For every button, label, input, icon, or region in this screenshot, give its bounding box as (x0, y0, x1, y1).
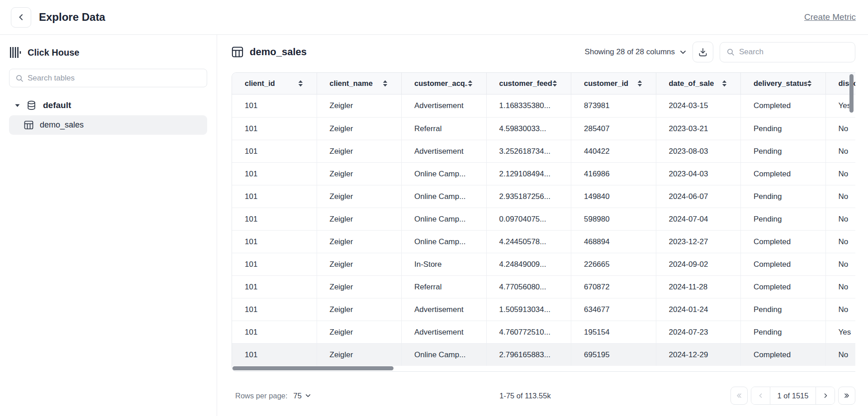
sidebar-search (9, 69, 207, 87)
database-icon (27, 100, 36, 110)
column-header-customer-feed[interactable]: customer_feed... (487, 73, 572, 94)
table-search-input[interactable] (739, 47, 849, 57)
column-header-label: customer_feed... (499, 79, 553, 88)
cell: 2.129108494... (487, 163, 572, 185)
cell: 2024-01-24 (656, 298, 741, 321)
caret-down-icon[interactable] (15, 104, 20, 107)
cell: 2.935187256... (487, 185, 572, 208)
column-header-date-of-sale[interactable]: date_of_sale (656, 73, 741, 94)
table-search (720, 42, 855, 62)
cell: 101 (232, 253, 317, 275)
cell: Completed (741, 253, 826, 275)
cell: No (826, 276, 856, 298)
cell: Online Camp... (402, 231, 487, 253)
cell: 2023-04-03 (656, 163, 741, 185)
chevron-down-icon (305, 394, 311, 397)
search-tables-input[interactable] (28, 74, 201, 83)
cell: 1.168335380... (487, 95, 572, 117)
cell: Zeigler (317, 185, 402, 208)
table-grid-icon (232, 46, 243, 58)
column-header-client-id[interactable]: client_id (232, 73, 317, 94)
columns-summary-label: Showing 28 of 28 columns (585, 47, 675, 57)
chevron-right-icon (822, 392, 829, 399)
back-button[interactable] (11, 7, 31, 28)
cell: 149840 (571, 185, 656, 208)
cell: No (826, 140, 856, 162)
cell: 1.505913034... (487, 298, 572, 321)
table-row[interactable]: 101ZeiglerOnline Camp...0.09704075...598… (232, 208, 855, 230)
chevron-down-icon (680, 50, 686, 54)
columns-visibility-dropdown[interactable]: Showing 28 of 28 columns (585, 47, 686, 57)
cell: Zeigler (317, 118, 402, 140)
column-header-delivery-status[interactable]: delivery_status (741, 73, 826, 94)
search-icon (726, 48, 735, 56)
cell: 695195 (571, 344, 656, 366)
cell: Zeigler (317, 140, 402, 162)
table-row[interactable]: 101ZeiglerAdvertisement1.168335380...873… (232, 95, 855, 117)
cell: Completed (741, 95, 826, 117)
column-header-label: delivery_status (754, 79, 807, 88)
cell: Completed (741, 276, 826, 298)
cell: 2024-11-28 (656, 276, 741, 298)
next-page-button[interactable] (816, 387, 835, 404)
download-button[interactable] (693, 42, 713, 62)
cell: No (826, 163, 856, 185)
sidebar-item-table-demo-sales[interactable]: demo_sales (9, 115, 207, 135)
cell: Zeigler (317, 208, 402, 230)
create-metric-link[interactable]: Create Metric (804, 12, 856, 22)
cell: Completed (741, 163, 826, 185)
cell: Zeigler (317, 231, 402, 253)
cell: 2024-12-29 (656, 344, 741, 366)
sidebar-item-database-default[interactable]: default (15, 97, 71, 113)
column-header-client-name[interactable]: client_name (317, 73, 402, 94)
cell: 4.59830033... (487, 118, 572, 140)
page-title: Explore Data (39, 11, 105, 24)
cell: Online Camp... (402, 344, 487, 366)
cell: Advertisement (402, 298, 487, 321)
table-row[interactable]: 101ZeiglerAdvertisement4.760772510...195… (232, 321, 855, 343)
sort-icon (383, 80, 388, 87)
table-row[interactable]: 101ZeiglerReferral4.77056080...670872202… (232, 275, 855, 298)
table-row[interactable]: 101ZeiglerReferral4.59830033...285407202… (232, 117, 855, 140)
previous-page-button[interactable] (751, 387, 770, 404)
sort-icon (807, 80, 812, 87)
cell: Pending (741, 185, 826, 208)
cell: 2024-09-02 (656, 253, 741, 275)
table-row[interactable]: 101ZeiglerAdvertisement1.505913034...634… (232, 298, 855, 321)
vertical-scrollbar-thumb[interactable] (849, 74, 854, 113)
column-header-customer-acq[interactable]: customer_acq... (402, 73, 487, 94)
cell: Zeigler (317, 321, 402, 343)
clickhouse-logo-icon (9, 47, 22, 58)
column-header-label: date_of_sale (669, 79, 714, 88)
cell: 101 (232, 344, 317, 366)
first-page-button[interactable] (730, 387, 748, 405)
table-row[interactable]: 101ZeiglerOnline Camp...2.796165883...69… (232, 343, 855, 366)
cell: 2023-03-21 (656, 118, 741, 140)
data-table: client_idclient_namecustomer_acq...custo… (232, 72, 855, 372)
rows-per-page-value: 75 (294, 392, 302, 400)
cell: 4.760772510... (487, 321, 572, 343)
cell: Zeigler (317, 95, 402, 117)
top-bar: Explore Data Create Metric (0, 0, 868, 35)
back-chevron-icon (17, 13, 25, 21)
table-grid-icon (24, 120, 33, 130)
table-row[interactable]: 101ZeiglerAdvertisement3.252618734...440… (232, 140, 855, 162)
rows-per-page-dropdown[interactable]: 75 (294, 392, 311, 400)
column-header-customer-id[interactable]: customer_id (571, 73, 656, 94)
cell: 2024-07-23 (656, 321, 741, 343)
cell: 101 (232, 231, 317, 253)
column-header-label: customer_acq... (414, 79, 468, 88)
cell: Zeigler (317, 298, 402, 321)
table-row[interactable]: 101ZeiglerOnline Camp...2.129108494...41… (232, 162, 855, 185)
table-row[interactable]: 101ZeiglerIn-Store4.24849009...226665202… (232, 253, 855, 275)
cell: Advertisement (402, 95, 487, 117)
cell: 195154 (571, 321, 656, 343)
table-row[interactable]: 101ZeiglerOnline Camp...2.935187256...14… (232, 185, 855, 208)
horizontal-scrollbar-thumb[interactable] (232, 366, 394, 370)
cell: 598980 (571, 208, 656, 230)
double-chevron-left-icon (735, 392, 743, 399)
last-page-button[interactable] (838, 387, 855, 405)
column-header-label: client_name (330, 79, 373, 88)
table-row[interactable]: 101ZeiglerOnline Camp...4.24450578...468… (232, 230, 855, 253)
cell: Online Camp... (402, 163, 487, 185)
